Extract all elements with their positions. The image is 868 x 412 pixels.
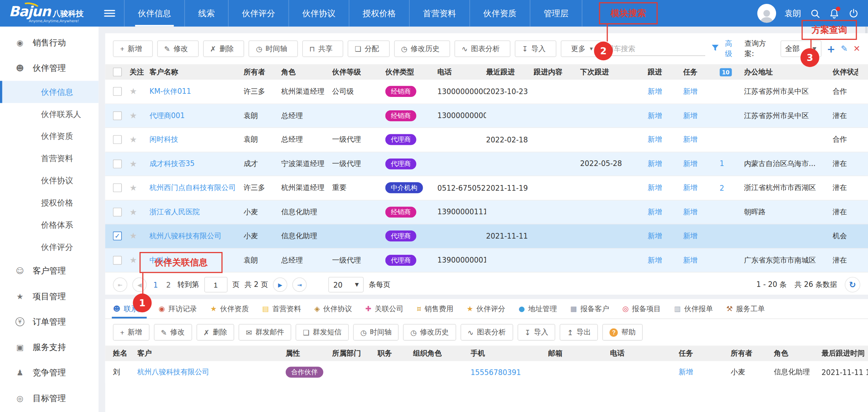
table-row[interactable]: ✓ ★ KM-伙伴011 许三多 杭州渠道经理 公司级 经销商 13000000… <box>105 80 868 104</box>
top-menu-item[interactable]: 伙伴协议 <box>289 0 349 26</box>
add-plan-button[interactable]: + <box>827 43 835 55</box>
top-menu-item[interactable]: 伙伴资质 <box>470 0 530 26</box>
page-size-select[interactable]: 20 ▼ <box>328 277 364 293</box>
page-number-1[interactable]: 1 <box>152 281 160 289</box>
customer-name-link[interactable]: 代理商001 <box>149 111 185 121</box>
last-page-button[interactable]: ⇥ <box>292 277 307 292</box>
next-page-button[interactable]: ▶ <box>273 277 287 292</box>
toolbar-button[interactable]: ✗ 删除 <box>203 41 244 57</box>
logout-power-icon[interactable] <box>848 8 859 19</box>
sidebar-item[interactable]: ▣ 服务支持 <box>0 334 99 360</box>
advanced-search-link[interactable]: 高级 <box>725 39 739 59</box>
favorite-star-icon[interactable]: ★ <box>130 111 137 121</box>
toolbar-button[interactable]: ↧ 导入 <box>517 324 556 340</box>
row-checkbox[interactable]: ✓ <box>113 111 122 120</box>
task-add-link[interactable]: 新增 <box>683 231 698 241</box>
toolbar-button[interactable]: ∿ 图表分析 <box>454 41 510 57</box>
follow-add-link[interactable]: 新增 <box>648 111 662 121</box>
contact-task-link[interactable]: 新增 <box>679 367 693 377</box>
avatar[interactable] <box>757 4 776 23</box>
top-menu-item[interactable]: 线索 <box>184 0 228 26</box>
task-add-link[interactable]: 新增 <box>683 255 698 265</box>
toolbar-button[interactable]: ◷ 时间轴 <box>249 41 298 57</box>
toolbar-button[interactable]: ✎ 修改 <box>157 41 199 57</box>
table-row[interactable]: ✓ ★ 浙江省人民医院 小麦 信息化助理 经销商 13900000111 新增 … <box>105 200 868 224</box>
task-add-link[interactable]: 新增 <box>683 207 698 217</box>
sidebar-item[interactable]: ☻ 伙伴管理 <box>0 55 99 81</box>
related-tab[interactable]: ¤ 销售费用 <box>417 299 453 319</box>
row-checkbox[interactable]: ✓ <box>113 256 122 265</box>
favorite-star-icon[interactable]: ★ <box>130 207 137 217</box>
customer-name-link[interactable]: 杭州八骏科技有限公司 <box>149 231 221 241</box>
toolbar-button[interactable]: ◷ 修改历史 <box>394 41 450 57</box>
toolbar-button[interactable]: + 新增 <box>113 41 153 57</box>
favorite-star-icon[interactable]: ★ <box>130 231 137 241</box>
toolbar-button[interactable]: ✎ 修改 <box>154 324 192 340</box>
app-logo[interactable]: Bajun 八骏科技 Anyone,Anytime,Anywhere! <box>0 0 99 26</box>
task-add-link[interactable]: 新增 <box>683 111 698 121</box>
customer-name-link[interactable]: 闲时科技 <box>149 135 178 144</box>
sidebar-item[interactable]: ♟ 竞争管理 <box>0 360 99 385</box>
toolbar-button[interactable]: ⊓ 共享 <box>302 41 343 57</box>
sidebar-item[interactable]: ☺ 客户管理 <box>0 258 99 283</box>
task-add-link[interactable]: 新增 <box>683 135 698 144</box>
refresh-icon[interactable]: ↻ <box>845 277 860 293</box>
goto-page-input[interactable] <box>204 277 227 293</box>
favorite-star-icon[interactable]: ★ <box>130 87 137 97</box>
sidebar-item[interactable]: 授权价格 <box>0 192 99 214</box>
follow-add-link[interactable]: 新增 <box>648 231 662 241</box>
prev-page-button[interactable]: ◀ <box>132 277 147 292</box>
task-add-link[interactable]: 新增 <box>683 183 698 193</box>
first-page-button[interactable]: ⇤ <box>113 277 128 292</box>
related-tab[interactable]: ✚ 关联公司 <box>365 299 403 319</box>
favorite-star-icon[interactable]: ★ <box>130 159 137 169</box>
toolbar-button[interactable]: ↧ 导入 <box>515 41 556 57</box>
related-tab[interactable]: ▦ 报备客户 <box>570 299 609 319</box>
follow-add-link[interactable]: 新增 <box>648 255 662 265</box>
count-10-icon[interactable]: 10 <box>720 68 732 76</box>
menu-toggle-icon[interactable] <box>104 0 115 26</box>
count-link[interactable]: 1 <box>720 160 724 168</box>
table-row[interactable]: ✓ ★ 杭州八骏科技有限公司 小麦 信息化助理 代理商 2021-11-11 新… <box>105 224 868 248</box>
sidebar-item[interactable]: 伙伴评分 <box>0 236 99 258</box>
follow-add-link[interactable]: 新增 <box>648 87 662 97</box>
toolbar-button[interactable]: ✉ 群发邮件 <box>239 324 291 340</box>
sidebar-item[interactable]: 伙伴协议 <box>0 170 99 192</box>
contact-row[interactable]: 刘 杭州八骏科技有限公司 合作伙伴 15556780391 新增 小麦 信息化助… <box>105 361 868 383</box>
row-checkbox[interactable]: ✓ <box>113 135 122 144</box>
sidebar-item[interactable]: 首营资料 <box>0 147 99 170</box>
toolbar-button[interactable]: ◷ 修改历史 <box>403 324 456 340</box>
search-icon[interactable] <box>809 8 820 19</box>
sidebar-item[interactable]: 伙伴资质 <box>0 125 99 147</box>
select-all-checkbox[interactable] <box>113 68 122 76</box>
customer-name-link[interactable]: 杭州西门点自科技有限公司 <box>149 183 236 193</box>
follow-add-link[interactable]: 新增 <box>648 207 662 217</box>
customer-name-link[interactable]: 成才科技否35 <box>149 159 194 169</box>
related-tab[interactable]: ◉ 拜访记录 <box>159 299 197 319</box>
toolbar-button[interactable]: ∿ 图表分析 <box>460 324 513 340</box>
row-checkbox[interactable]: ✓ <box>113 232 122 240</box>
sidebar-item[interactable]: ◎ 目标管理 <box>0 386 99 411</box>
notification-bell-icon[interactable] <box>829 8 839 19</box>
row-checkbox[interactable]: ✓ <box>113 184 122 192</box>
related-tab[interactable]: ★ 伙伴评分 <box>467 299 505 319</box>
edit-plan-button[interactable]: ✎ <box>841 44 848 54</box>
related-tab[interactable]: ⚒ 服务工单 <box>726 299 765 319</box>
toolbar-button[interactable]: ? 帮助 <box>602 324 643 340</box>
table-row[interactable]: ✓ ★ 代理商001 袁朗 总经理 经销商 13000000000 新增 新增 … <box>105 104 868 128</box>
customer-name-link[interactable]: KM-伙伴011 <box>149 87 191 97</box>
follow-add-link[interactable]: 新增 <box>648 183 662 193</box>
user-name[interactable]: 袁朗 <box>785 8 801 19</box>
toolbar-button[interactable]: ❏ 分配 <box>348 41 390 57</box>
row-checkbox[interactable]: ✓ <box>113 87 122 96</box>
sidebar-item[interactable]: 伙伴联系人 <box>0 103 99 125</box>
delete-plan-button[interactable]: ✕ <box>853 44 860 54</box>
sidebar-item[interactable]: ★ 项目管理 <box>0 284 99 309</box>
sidebar-item[interactable]: ¥ 订单管理 <box>0 309 99 334</box>
top-menu-item[interactable]: 管理层 <box>530 0 582 26</box>
related-tab[interactable]: ◎ 报备项目 <box>622 299 661 319</box>
row-checkbox[interactable]: ✓ <box>113 208 122 216</box>
follow-add-link[interactable]: 新增 <box>648 135 662 144</box>
toolbar-button[interactable]: ◷ 时间轴 <box>353 324 399 340</box>
page-number-2[interactable]: 2 <box>165 281 172 289</box>
